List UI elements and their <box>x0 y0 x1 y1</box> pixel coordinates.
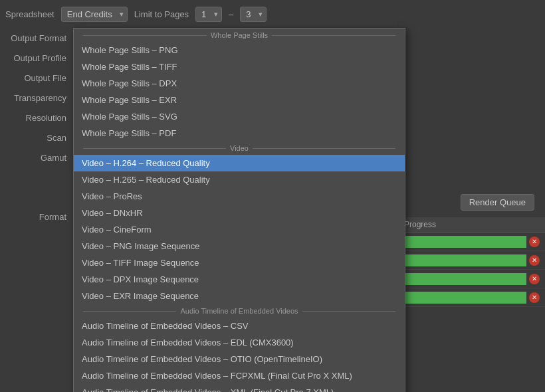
render-queue-button[interactable]: Render Queue <box>461 194 534 211</box>
dropdown-item[interactable]: Whole Page Stills – DPX <box>74 75 405 92</box>
dropdown-item[interactable]: Whole Page Stills – EXR <box>74 92 405 108</box>
progress-bar-container <box>404 236 526 248</box>
section-divider: Whole Page Stills <box>74 29 405 42</box>
dropdown-item[interactable]: Video – CineForm <box>74 221 405 238</box>
remove-button[interactable]: ✕ <box>529 237 540 247</box>
dropdown-item[interactable]: Audio Timeline of Embedded Videos – FCPX… <box>74 367 405 384</box>
dropdown-item[interactable]: Video – TIFF Image Sequence <box>74 254 405 271</box>
spreadsheet-dropdown[interactable]: End Credits <box>61 7 128 22</box>
format-label: Format <box>0 207 73 226</box>
dropdown-item[interactable]: Video – PNG Image Sequence <box>74 238 405 254</box>
progress-bar-container <box>404 254 526 266</box>
progress-header: Progress <box>404 220 540 229</box>
main-content: Output Format Output Profile Output File… <box>0 28 545 392</box>
output-profile-label: Output Profile <box>0 48 73 68</box>
dropdown-item[interactable]: Video – H.264 – Reduced Quality <box>74 155 405 171</box>
remove-button[interactable]: ✕ <box>529 292 540 303</box>
section-divider: Audio Timeline of Embedded Videos <box>74 304 405 318</box>
dropdown-item[interactable]: Whole Page Stills – PNG <box>74 42 405 58</box>
dropdown-item[interactable]: Audio Timeline of Embedded Videos – OTIO… <box>74 351 405 367</box>
progress-bar-fill <box>404 236 526 248</box>
remove-button[interactable]: ✕ <box>529 274 540 284</box>
page-to-dropdown[interactable]: 3 <box>240 7 267 22</box>
output-format-label: Output Format <box>0 28 73 48</box>
scan-label: Scan <box>0 128 73 147</box>
page-from-dropdown[interactable]: 1 <box>195 7 222 22</box>
right-panel: Whole Page StillsWhole Page Stills – PNG… <box>73 28 545 392</box>
progress-bar-fill <box>404 273 526 285</box>
gamut-label: Gamut <box>0 147 73 167</box>
page-from-wrapper[interactable]: 1 <box>195 7 222 22</box>
transparency-row-label: Transparency <box>0 88 73 108</box>
page-to-wrapper[interactable]: 3 <box>240 7 267 22</box>
progress-bar-container <box>404 292 526 304</box>
dropdown-item[interactable]: Video – ProRes <box>74 188 405 205</box>
dropdown-item[interactable]: Audio Timeline of Embedded Videos – XML … <box>74 384 405 392</box>
progress-bar-fill <box>404 254 526 266</box>
output-file-label: Output File <box>0 68 73 88</box>
dropdown-item[interactable]: Audio Timeline of Embedded Videos – EDL … <box>74 334 405 351</box>
dropdown-item[interactable]: Audio Timeline of Embedded Videos – CSV <box>74 318 405 334</box>
dropdown-item[interactable]: Video – DPX Image Sequence <box>74 271 405 288</box>
progress-bar-fill <box>404 292 526 304</box>
spreadsheet-dropdown-wrapper[interactable]: End Credits <box>61 7 128 22</box>
dropdown-item[interactable]: Video – EXR Image Sequence <box>74 288 405 304</box>
progress-bar-container <box>404 273 526 285</box>
dropdown-item[interactable]: Whole Page Stills – SVG <box>74 108 405 125</box>
left-panel: Output Format Output Profile Output File… <box>0 28 73 392</box>
spreadsheet-label: Spreadsheet <box>5 9 54 19</box>
dropdown-item[interactable]: Video – H.265 – Reduced Quality <box>74 171 405 188</box>
section-divider: Video <box>74 142 405 155</box>
limit-to-pages-label: Limit to Pages <box>134 9 189 19</box>
top-bar: Spreadsheet End Credits Limit to Pages 1… <box>0 0 545 28</box>
dropdown-item[interactable]: Video – DNxHR <box>74 205 405 221</box>
output-format-dropdown-overlay: Whole Page StillsWhole Page Stills – PNG… <box>73 28 405 392</box>
dropdown-item[interactable]: Whole Page Stills – PDF <box>74 125 405 142</box>
dropdown-item[interactable]: Whole Page Stills – TIFF <box>74 58 405 75</box>
resolution-label: Resolution <box>0 108 73 128</box>
remove-button[interactable]: ✕ <box>529 255 540 266</box>
page-separator: – <box>229 9 233 19</box>
dropdown-items-container: Whole Page StillsWhole Page Stills – PNG… <box>74 29 405 392</box>
